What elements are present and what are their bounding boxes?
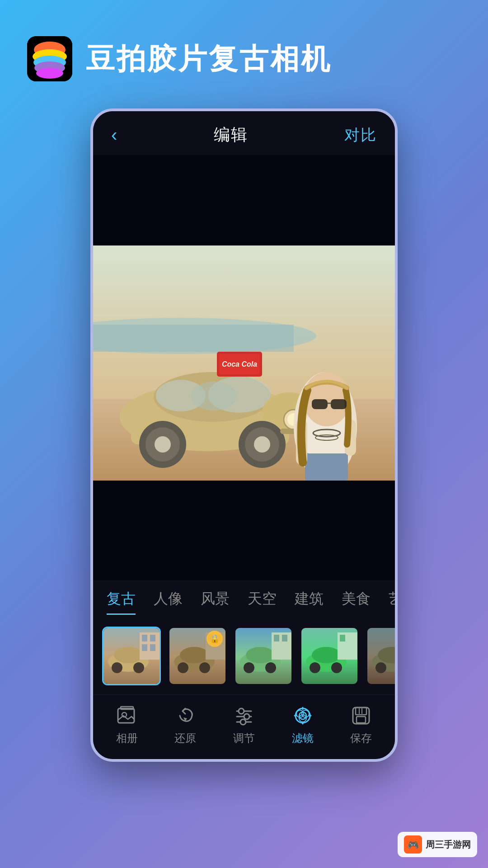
watermark-text: 周三手游网 — [426, 839, 471, 851]
svg-rect-51 — [103, 628, 161, 685]
nav-adjust[interactable]: 调节 — [232, 704, 256, 745]
filter-tab-sky[interactable]: 天空 — [248, 589, 277, 615]
svg-point-71 — [312, 647, 341, 663]
app-header: 豆拍胶片复古相机 — [0, 0, 488, 99]
nav-restore[interactable]: 还原 — [174, 704, 197, 745]
nav-save-label: 保存 — [350, 731, 372, 745]
app-logo — [27, 36, 72, 81]
svg-point-63 — [246, 647, 275, 663]
svg-rect-67 — [274, 635, 279, 642]
svg-rect-83 — [367, 628, 395, 685]
filter-tab-landscape[interactable]: 风景 — [201, 589, 230, 615]
svg-text:🎮: 🎮 — [408, 840, 419, 850]
filter-tab-portrait[interactable]: 人像 — [154, 589, 183, 615]
svg-rect-111 — [356, 708, 366, 715]
nav-adjust-label: 调节 — [233, 731, 255, 745]
filter-tabs: 复古 人像 风景 天空 建筑 美食 艺术 — [93, 580, 395, 619]
filter-thumb-3[interactable] — [234, 627, 293, 685]
filter-thumb-2[interactable]: 🔒 — [168, 627, 227, 685]
filter-tab-food[interactable]: 美食 — [342, 589, 371, 615]
main-photo: Coca Cola — [93, 245, 395, 481]
filter-thumb-5[interactable] — [366, 627, 395, 685]
back-button[interactable]: ‹ — [111, 125, 117, 145]
photo-album-icon — [115, 704, 139, 727]
svg-point-73 — [331, 662, 342, 673]
filter-tab-art[interactable]: 艺术 — [389, 589, 395, 615]
filter-thumb-1[interactable] — [102, 627, 161, 685]
filter-tab-architecture[interactable]: 建筑 — [295, 589, 324, 615]
phone-topbar: ‹ 编辑 对比 — [93, 111, 395, 155]
svg-point-72 — [310, 662, 320, 673]
nav-filter[interactable]: 滤镜 — [291, 704, 314, 745]
app-title: 豆拍胶片复古相机 — [86, 39, 332, 79]
filter-thumb-4[interactable] — [300, 627, 359, 685]
watermark-logo: 🎮 — [404, 835, 422, 854]
image-area: Coca Cola — [93, 155, 395, 580]
image-bottom-padding — [93, 481, 395, 580]
nav-restore-label: 还原 — [174, 731, 196, 745]
svg-rect-40 — [93, 245, 395, 481]
nav-album[interactable]: 相册 — [115, 704, 139, 745]
svg-point-100 — [240, 719, 246, 725]
bottom-nav: 相册 还原 — [93, 694, 395, 759]
svg-point-98 — [244, 714, 249, 719]
restore-icon — [174, 704, 197, 727]
filter-tab-vintage[interactable]: 复古 — [107, 589, 136, 615]
svg-rect-75 — [340, 635, 345, 642]
topbar-title: 编辑 — [214, 124, 248, 146]
filter-thumbnail-row: 🔒 — [93, 619, 395, 694]
svg-point-5 — [36, 68, 63, 79]
compare-button[interactable]: 对比 — [344, 125, 377, 146]
nav-album-label: 相册 — [116, 731, 138, 745]
lock-badge-2: 🔒 — [206, 631, 223, 647]
svg-rect-112 — [357, 717, 366, 723]
save-icon — [349, 704, 373, 727]
svg-point-65 — [265, 662, 276, 673]
watermark: 🎮 周三手游网 — [398, 832, 477, 857]
svg-point-96 — [239, 708, 244, 714]
svg-point-64 — [244, 662, 254, 673]
phone-mockup: ‹ 编辑 对比 — [90, 108, 398, 762]
image-top-padding — [93, 155, 395, 245]
nav-save[interactable]: 保存 — [349, 704, 373, 745]
svg-rect-68 — [282, 635, 287, 642]
adjust-icon — [232, 704, 256, 727]
filter-icon — [291, 704, 314, 727]
nav-filter-label: 滤镜 — [292, 731, 314, 745]
